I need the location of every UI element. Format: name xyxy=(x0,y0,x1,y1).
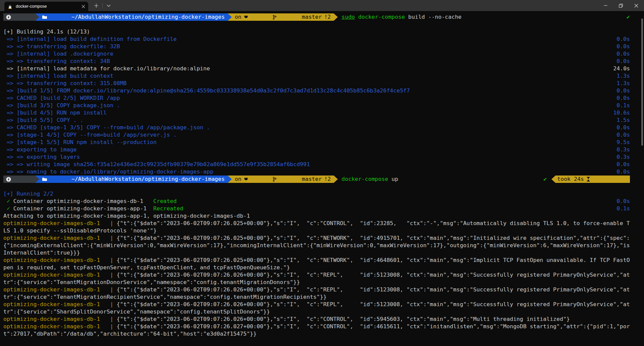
step-duration: 10.6s xyxy=(613,109,644,117)
step-duration: 0.0s xyxy=(616,50,644,58)
terminal-line: => => transferring context: 315.08MB1.3s xyxy=(3,80,644,87)
cwd-path: ~/AbdullahWorkstation/optimizing-docker-… xyxy=(71,176,225,183)
terminal-line: pen is required, set tcpFastOpenServer, … xyxy=(3,264,644,271)
terminal-line: => CACHED [build 2/5] WORKDIR /app0.0s xyxy=(3,94,644,102)
command-sudo: sudo xyxy=(341,13,355,21)
git-segment: on master !2 xyxy=(232,176,334,183)
scrollbar-thumb[interactable] xyxy=(641,18,643,146)
command-text: sudo docker-compose build --no-cache xyxy=(341,13,462,21)
terminal-line: tr":{"service":"TenantMigrationRecipient… xyxy=(3,293,644,301)
command-name: docker-compose xyxy=(341,176,388,183)
terminal-line: => [build 4/5] RUN npm install10.6s xyxy=(3,109,644,117)
terminal-line: LS 1.0 specify --sslDisabledProtocols 'n… xyxy=(3,227,644,234)
maximize-button[interactable] xyxy=(613,0,629,11)
git-on-label: on xyxy=(235,13,241,21)
terminal-line: => [internal] load build context1.3s xyxy=(3,72,644,80)
bolt-circle-icon xyxy=(6,176,33,183)
terminal-line: => => transferring dockerfile: 32B0.0s xyxy=(3,43,644,50)
tab-bar-separator xyxy=(102,3,103,8)
step-duration: 0.3s xyxy=(616,146,644,153)
command-name: docker-compose xyxy=(358,13,405,21)
build-output: [+] Building 24.1s (12/13) => [internal]… xyxy=(3,21,644,176)
tab-close-icon[interactable] xyxy=(82,5,85,8)
cwd-segment: ~/AbdullahWorkstation/optimizing-docker-… xyxy=(39,13,227,21)
shell-segment xyxy=(3,13,35,21)
terminal-line xyxy=(3,21,644,28)
powerline-arrow xyxy=(35,13,39,21)
title-bar: docker-compose xyxy=(0,0,644,11)
terminal-line: tr":{"service":"ShardSplitDonorService",… xyxy=(3,308,644,316)
new-tab-button[interactable] xyxy=(91,0,101,11)
exit-status-check: ✔ xyxy=(543,176,547,183)
terminal-line: optimizing-docker-images-db-1 | {"t":{"$… xyxy=(3,323,644,330)
terminal-line xyxy=(3,183,644,190)
powerline-arrow xyxy=(35,176,39,183)
powerline-arrow xyxy=(551,176,555,183)
command-args: build --no-cache xyxy=(408,13,462,21)
github-icon xyxy=(244,13,270,21)
git-on-label: on xyxy=(235,176,241,183)
terminal-line: => [build 1/5] FROM docker.io/library/no… xyxy=(3,87,644,94)
step-duration: 0.0s xyxy=(616,43,644,50)
prompt-line-1: ~/AbdullahWorkstation/optimizing-docker-… xyxy=(3,13,644,21)
terminal-line: t":27017,"dbPath":"/data/db","architectu… xyxy=(3,330,644,338)
step-duration: 0.3s xyxy=(616,153,644,161)
step-duration: 0.0s xyxy=(616,131,644,139)
step-duration: 9.5s xyxy=(616,139,644,146)
git-status-count: !2 xyxy=(324,13,331,21)
terminal-line: optimizing-docker-images-db-1 | {"t":{"$… xyxy=(3,286,644,293)
tab-title: docker-compose xyxy=(16,4,78,9)
step-duration: 0.0s xyxy=(616,161,644,168)
github-icon xyxy=(244,176,270,183)
terminal-line: => [internal] load build definition from… xyxy=(3,36,644,43)
tab-docker-compose[interactable]: docker-compose xyxy=(4,2,88,11)
terminal-line: => => naming to docker.io/library/optimi… xyxy=(3,168,644,176)
git-branch-name: master xyxy=(302,176,322,183)
terminal-line: => => exporting layers0.3s xyxy=(3,153,644,161)
command-text: docker-compose up xyxy=(341,176,398,183)
tux-icon xyxy=(7,4,13,9)
terminal-line: optimizing-docker-images-db-1 | {"t":{"$… xyxy=(3,316,644,323)
git-branch-icon xyxy=(273,13,299,21)
terminal-line: optimizing-docker-images-db-1 | {"t":{"$… xyxy=(3,234,644,242)
terminal-line: {"incomingExternalClient":{"minWireVersi… xyxy=(3,242,644,249)
terminal-window: { "colors": { "white": "#cccccc", "blue"… xyxy=(0,0,644,346)
terminal-line: => [stage-1 4/5] COPY --from=build /app/… xyxy=(3,131,644,139)
shell-segment xyxy=(3,176,35,183)
terminal-line: => exporting to image0.3s xyxy=(3,146,644,153)
git-branch-icon xyxy=(273,176,299,183)
run-output: [+] Running 2/2 ✓ Container optimizing-d… xyxy=(3,183,644,338)
terminal-line: => [build 3/5] COPY package.json .0.1s xyxy=(3,102,644,109)
terminal-line: optimizing-docker-images-db-1 | {"t":{"$… xyxy=(3,220,644,227)
terminal-line: => [internal] load metadata for docker.i… xyxy=(3,65,644,72)
close-button[interactable] xyxy=(629,0,644,11)
powerline-arrow xyxy=(334,13,338,21)
step-duration: 0.0s xyxy=(616,198,644,205)
minimize-button[interactable] xyxy=(598,0,613,11)
terminal-line: optimizing-docker-images-db-1 | {"t":{"$… xyxy=(3,257,644,264)
step-duration: 0.0s xyxy=(616,124,644,131)
terminal-line: [+] Running 2/2 xyxy=(3,190,644,198)
step-duration: 0.0s xyxy=(616,168,644,176)
step-duration: 1.3s xyxy=(616,80,644,87)
duration-badge: took 24s xyxy=(551,176,630,183)
powerline-arrow xyxy=(228,13,232,21)
terminal-line: tr":{"service":"TenantMigrationDonorServ… xyxy=(3,279,644,286)
command-args: up xyxy=(391,176,398,183)
terminal-line: optimizing-docker-images-db-1 | {"t":{"$… xyxy=(3,271,644,279)
step-duration: 1.3s xyxy=(616,72,644,80)
prompt-line-2: ~/AbdullahWorkstation/optimizing-docker-… xyxy=(3,176,644,183)
terminal-line: InternalClient":true}}} xyxy=(3,249,644,257)
step-duration: 24.0s xyxy=(613,65,644,72)
powerline-arrow xyxy=(334,176,338,183)
hourglass-icon xyxy=(587,176,627,183)
bolt-circle-icon xyxy=(6,13,33,21)
terminal-line: Attaching to optimizing-docker-images-ap… xyxy=(3,212,644,220)
tab-dropdown-button[interactable] xyxy=(104,0,114,11)
cwd-path: ~/AbdullahWorkstation/optimizing-docker-… xyxy=(71,13,225,21)
git-status-count: !2 xyxy=(324,176,331,183)
terminal-line: ✓ Container optimizing-docker-images-db-… xyxy=(3,198,644,205)
terminal[interactable]: ~/AbdullahWorkstation/optimizing-docker-… xyxy=(0,11,644,338)
powerline-arrow xyxy=(228,176,232,183)
terminal-line: => [internal] load .dockerignore0.0s xyxy=(3,50,644,58)
